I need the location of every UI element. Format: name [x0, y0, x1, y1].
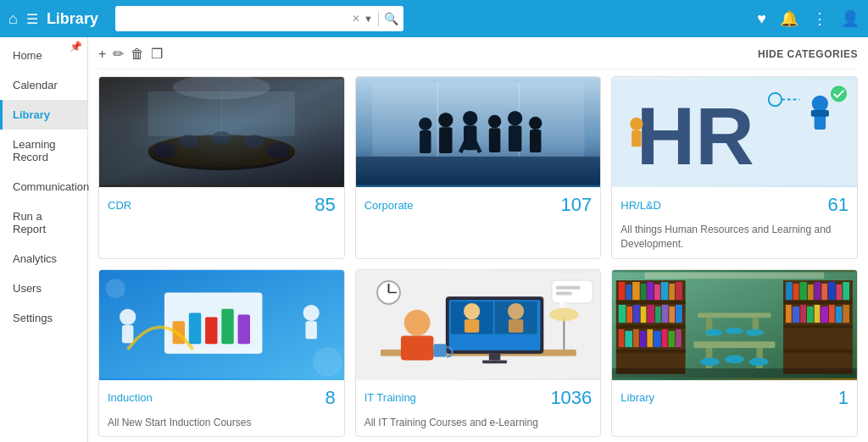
svg-rect-72 — [552, 280, 593, 303]
svg-point-6 — [179, 135, 198, 147]
svg-rect-116 — [786, 282, 793, 300]
edit-icon[interactable]: ✏ — [113, 46, 124, 62]
card-footer-hr: HR/L&D 61 — [612, 187, 857, 223]
svg-rect-86 — [626, 284, 632, 299]
layout: 📌 Home Calendar Library Learning Record … — [0, 37, 868, 442]
sidebar-item-settings[interactable]: Settings — [0, 303, 87, 333]
user-avatar-icon[interactable]: 👤 — [841, 9, 860, 28]
category-grid: CDR 85 — [98, 76, 858, 437]
svg-rect-110 — [669, 330, 676, 346]
clear-icon[interactable]: ✕ — [352, 13, 360, 25]
menu-icon[interactable]: ☰ — [26, 11, 38, 27]
sidebar-item-library[interactable]: Library — [0, 100, 87, 130]
category-card-corporate[interactable]: Corporate 107 — [355, 76, 602, 259]
svg-rect-114 — [783, 325, 853, 329]
svg-rect-106 — [640, 330, 647, 346]
sidebar-item-calendar[interactable]: Calendar — [0, 70, 87, 100]
svg-rect-65 — [489, 353, 500, 360]
svg-rect-128 — [807, 306, 814, 322]
sidebar-item-communication[interactable]: Communication — [0, 172, 87, 202]
svg-point-67 — [403, 309, 430, 335]
category-card-hr[interactable]: HR — [611, 76, 858, 259]
svg-rect-102 — [676, 305, 682, 323]
notifications-icon[interactable]: 🔔 — [780, 9, 798, 28]
card-name-hr: HR/L&D — [620, 199, 661, 212]
topbar: ⌂ ☰ Library ✕ ▼ 🔍 ♥ 🔔 ⋮ 👤 — [0, 0, 868, 37]
category-card-induction[interactable]: Induction 8 All New Start Induction Cour… — [98, 269, 345, 438]
svg-rect-75 — [555, 291, 571, 295]
add-icon[interactable]: + — [98, 47, 106, 62]
card-image-hr: HR — [612, 77, 857, 187]
card-name-library: Library — [620, 391, 654, 404]
svg-point-27 — [508, 111, 522, 125]
card-footer-induction: Induction 8 — [99, 380, 344, 416]
svg-rect-103 — [619, 329, 625, 346]
svg-point-60 — [464, 303, 480, 319]
svg-point-7 — [212, 131, 231, 144]
svg-rect-46 — [205, 317, 217, 344]
svg-rect-50 — [122, 325, 133, 343]
svg-rect-109 — [662, 329, 668, 346]
svg-point-138 — [700, 357, 720, 366]
svg-rect-118 — [800, 282, 808, 300]
category-card-cdr[interactable]: CDR 85 — [98, 76, 345, 259]
svg-rect-85 — [619, 282, 626, 300]
svg-rect-129 — [815, 305, 821, 323]
card-count-library: 1 — [838, 387, 849, 409]
sidebar-item-learning-record[interactable]: Learning Record — [0, 130, 87, 172]
svg-rect-22 — [464, 125, 476, 150]
svg-rect-100 — [662, 305, 669, 323]
svg-rect-105 — [633, 329, 639, 346]
svg-rect-66 — [482, 360, 507, 363]
card-count-it: 1036 — [550, 387, 592, 409]
svg-rect-84 — [616, 349, 686, 352]
svg-rect-64 — [509, 319, 523, 332]
svg-rect-123 — [837, 284, 843, 299]
svg-rect-124 — [843, 282, 850, 300]
card-name-induction: Induction — [108, 391, 153, 404]
svg-point-21 — [463, 111, 477, 125]
sidebar-item-users[interactable]: Users — [0, 273, 87, 303]
hide-categories-button[interactable]: HIDE CATEGORIES — [758, 48, 858, 60]
svg-rect-1 — [99, 79, 344, 185]
topbar-actions: ♥ 🔔 ⋮ 👤 — [757, 9, 860, 28]
search-input[interactable] — [120, 13, 348, 25]
search-button[interactable]: 🔍 — [384, 12, 398, 25]
copy-icon[interactable]: ❐ — [151, 46, 163, 62]
svg-rect-107 — [648, 329, 654, 346]
favorites-icon[interactable]: ♥ — [757, 10, 766, 28]
svg-rect-10 — [148, 91, 295, 136]
svg-point-40 — [831, 86, 847, 102]
svg-rect-122 — [828, 282, 836, 300]
svg-rect-20 — [439, 127, 452, 153]
sidebar-item-analytics[interactable]: Analytics — [0, 244, 87, 273]
svg-rect-90 — [654, 284, 660, 299]
svg-rect-92 — [670, 284, 676, 300]
svg-rect-74 — [555, 285, 580, 289]
svg-rect-80 — [645, 272, 825, 279]
svg-point-51 — [303, 305, 320, 321]
svg-rect-96 — [633, 305, 640, 323]
category-card-library[interactable]: Library 1 — [611, 269, 858, 438]
category-card-it[interactable]: IT Training 1036 All IT Training Courses… — [355, 269, 602, 438]
card-name-cdr: CDR — [108, 199, 131, 212]
card-image-corporate — [356, 77, 601, 187]
svg-rect-89 — [648, 282, 654, 300]
home-icon[interactable]: ⌂ — [8, 10, 18, 28]
svg-point-2 — [173, 77, 270, 100]
sidebar-item-run-report[interactable]: Run a Report — [0, 202, 87, 244]
svg-rect-126 — [793, 306, 800, 322]
svg-rect-101 — [670, 306, 676, 322]
toolbar: + ✏ 🗑 ❐ HIDE CATEGORIES — [98, 44, 858, 69]
pin-icon: 📌 — [70, 41, 82, 52]
svg-point-145 — [726, 327, 743, 334]
search-dropdown-icon[interactable]: ▼ — [364, 14, 373, 24]
svg-rect-131 — [829, 305, 835, 323]
svg-point-78 — [549, 307, 579, 320]
delete-icon[interactable]: 🗑 — [131, 47, 144, 62]
svg-rect-68 — [401, 335, 433, 360]
svg-point-146 — [746, 329, 764, 335]
more-options-icon[interactable]: ⋮ — [812, 9, 827, 28]
svg-rect-135 — [694, 341, 776, 348]
svg-point-3 — [148, 135, 295, 170]
